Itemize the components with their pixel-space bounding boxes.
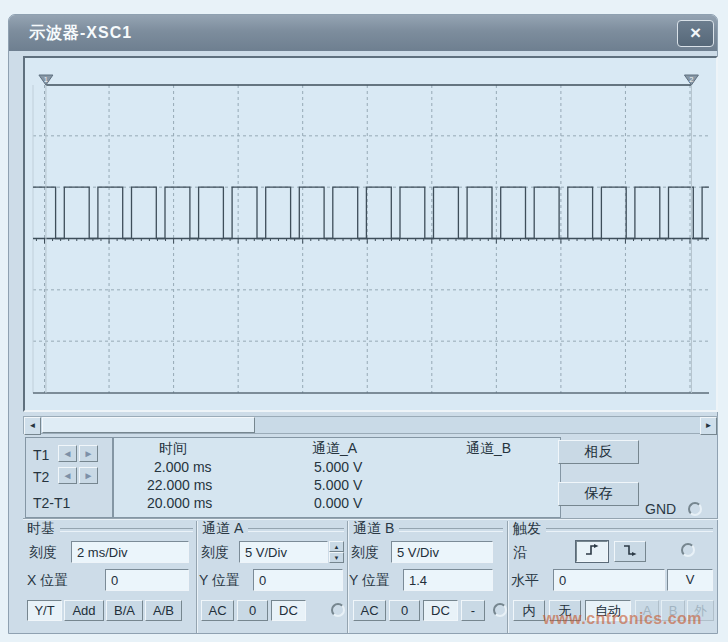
timebase-xpos-field[interactable] xyxy=(105,569,189,591)
trigger-level-unit: V xyxy=(667,569,713,591)
right-arrow-icon: ► xyxy=(84,448,94,459)
close-icon: × xyxy=(690,22,701,43)
channel-b-zero-button[interactable]: 0 xyxy=(389,600,420,621)
left-arrow-icon: ◄ xyxy=(63,470,73,481)
t2-time-value: 22.000 ms xyxy=(147,477,212,493)
t2-right-button[interactable]: ► xyxy=(79,467,98,484)
mode-ba-button[interactable]: B/A xyxy=(106,600,143,621)
right-arrow-icon: ► xyxy=(84,470,94,481)
channel-b-ypos-label: Y 位置 xyxy=(349,572,390,590)
up-arrow-icon: ▲ xyxy=(334,544,340,550)
dt-channel-a-value: 0.000 V xyxy=(314,495,362,511)
mode-add-button[interactable]: Add xyxy=(64,600,104,621)
channel-b-input-terminal-icon[interactable] xyxy=(493,603,507,617)
channel-a-scale-label: 刻度 xyxy=(201,544,229,562)
t1-label: T1 xyxy=(33,447,49,463)
channel-b-ac-button[interactable]: AC xyxy=(353,600,386,621)
group-line xyxy=(60,528,193,532)
t1-channel-a-value: 5.000 V xyxy=(314,459,362,475)
channel-b-scale-field[interactable] xyxy=(391,541,493,563)
trigger-level-field[interactable] xyxy=(553,569,665,591)
reverse-button[interactable]: 相反 xyxy=(558,440,639,464)
section-divider xyxy=(507,521,509,633)
channel-b-minus-button[interactable]: - xyxy=(461,600,485,621)
down-arrow-icon: ▼ xyxy=(334,555,340,561)
channel-a-dc-button[interactable]: DC xyxy=(271,600,306,621)
rising-edge-icon xyxy=(584,543,600,557)
t1-left-button[interactable]: ◄ xyxy=(58,445,77,462)
t2-left-button[interactable]: ◄ xyxy=(58,467,77,484)
t1-right-button[interactable]: ► xyxy=(79,445,98,462)
close-button[interactable]: × xyxy=(677,20,714,47)
section-divider xyxy=(196,521,198,633)
t2-t1-label: T2-T1 xyxy=(33,495,70,511)
channel-a-title: 通道 A xyxy=(202,520,243,538)
channel-a-scale-field[interactable] xyxy=(239,541,328,563)
col-channel-b-header: 通道_B xyxy=(466,440,511,458)
timebase-group-header: 时基 xyxy=(27,520,193,538)
trigger-edge-radio[interactable] xyxy=(681,543,695,557)
title-bar[interactable]: 示波器-XSC1 xyxy=(9,15,717,51)
channel-b-scale-label: 刻度 xyxy=(351,544,379,562)
cursor-2-label: 2 xyxy=(689,75,693,84)
cursor-control-box: T1 ◄ ► T2 ◄ ► T2-T1 xyxy=(25,437,113,518)
channel-a-zero-button[interactable]: 0 xyxy=(237,600,268,621)
dt-time-value: 20.000 ms xyxy=(147,495,212,511)
timebase-title: 时基 xyxy=(27,520,55,538)
t2-channel-a-value: 5.000 V xyxy=(314,477,362,493)
channel-a-ac-button[interactable]: AC xyxy=(201,600,234,621)
scroll-right-button[interactable]: ► xyxy=(700,417,717,435)
watermark: www.cntronics.com xyxy=(543,610,702,628)
channel-b-ypos-field[interactable] xyxy=(403,569,493,591)
channel-a-scale-down-button[interactable]: ▼ xyxy=(329,552,344,563)
scope-hscrollbar[interactable]: ◄ ► xyxy=(23,416,718,434)
mode-yt-button[interactable]: Y/T xyxy=(27,600,62,621)
channel-a-ypos-field[interactable] xyxy=(253,569,343,591)
channel-a-scale-up-button[interactable]: ▲ xyxy=(329,541,344,552)
channel-a-input-terminal-icon[interactable] xyxy=(331,603,345,617)
gnd-label: GND xyxy=(645,501,676,517)
gnd-terminal-icon xyxy=(688,502,702,516)
left-arrow-icon: ◄ xyxy=(29,421,37,430)
mode-ab-button[interactable]: A/B xyxy=(145,600,182,621)
trigger-internal-button[interactable]: 内 xyxy=(513,600,545,621)
cursor-1-label: 1 xyxy=(44,75,48,84)
window-title: 示波器-XSC1 xyxy=(29,23,132,44)
trigger-level-label: 水平 xyxy=(511,572,539,590)
trigger-rising-edge-button[interactable] xyxy=(576,541,608,562)
scope-plot: 12 xyxy=(25,58,716,410)
trigger-title: 触发 xyxy=(513,520,541,538)
left-arrow-icon: ◄ xyxy=(63,448,73,459)
scroll-left-button[interactable]: ◄ xyxy=(24,417,41,435)
oscilloscope-display: 12 xyxy=(23,56,718,412)
trigger-falling-edge-button[interactable] xyxy=(614,541,646,562)
scroll-thumb[interactable] xyxy=(42,417,255,433)
timebase-scale-field[interactable] xyxy=(71,541,189,563)
group-line xyxy=(399,528,503,532)
oscilloscope-window: 示波器-XSC1 × 12 ◄ ► T1 ◄ ► T2 ◄ ► T2-T1 时间… xyxy=(8,14,718,634)
channel-a-trace xyxy=(33,187,709,238)
save-button[interactable]: 保存 xyxy=(558,482,639,506)
timebase-scale-label: 刻度 xyxy=(29,544,57,562)
channel-a-group-header: 通道 A xyxy=(202,520,344,538)
falling-edge-icon xyxy=(622,543,638,557)
channel-a-ypos-label: Y 位置 xyxy=(199,572,240,590)
col-time-header: 时间 xyxy=(159,440,187,458)
group-line xyxy=(546,528,713,532)
channel-b-dc-button[interactable]: DC xyxy=(423,600,458,621)
col-channel-a-header: 通道_A xyxy=(312,440,357,458)
channel-b-title: 通道 B xyxy=(353,520,394,538)
trigger-group-header: 触发 xyxy=(513,520,713,538)
measurement-table: 时间 通道_A 通道_B 2.000 ms 5.000 V 22.000 ms … xyxy=(113,437,561,518)
channel-b-group-header: 通道 B xyxy=(353,520,503,538)
right-arrow-icon: ► xyxy=(705,421,713,430)
t2-label: T2 xyxy=(33,469,49,485)
trigger-edge-label: 沿 xyxy=(513,544,527,562)
group-line xyxy=(248,528,344,532)
t1-time-value: 2.000 ms xyxy=(154,459,212,475)
timebase-xpos-label: X 位置 xyxy=(27,572,68,590)
